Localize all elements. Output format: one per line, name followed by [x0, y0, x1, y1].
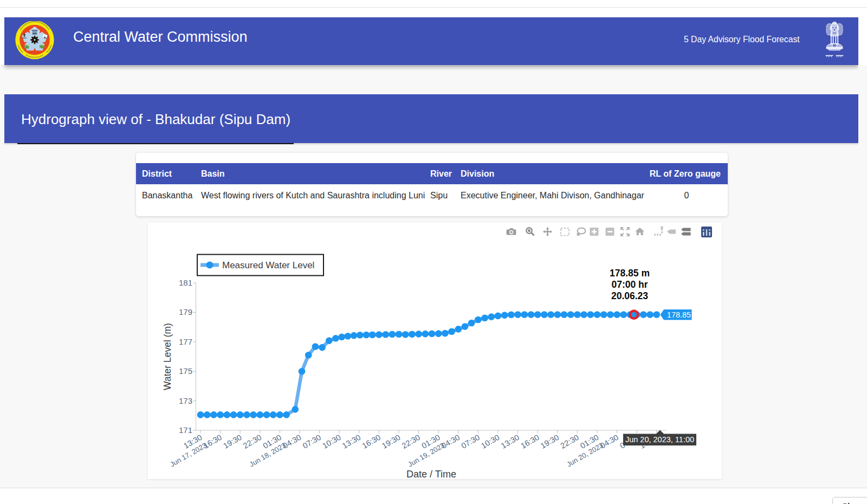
svg-text:10:30: 10:30 [480, 433, 501, 450]
svg-text:22:30: 22:30 [559, 433, 580, 450]
svg-text:178.85: 178.85 [667, 311, 691, 319]
svg-text:13:30: 13:30 [341, 433, 362, 450]
svg-text:04:30: 04:30 [440, 433, 461, 450]
svg-text:175: 175 [179, 366, 192, 376]
svg-text:177: 177 [179, 337, 192, 346]
svg-text:Jun 20, 2023, 11:00: Jun 20, 2023, 11:00 [625, 435, 694, 444]
svg-text:16:30: 16:30 [202, 433, 223, 450]
svg-text:173: 173 [179, 396, 192, 405]
svg-text:Water Level (m): Water Level (m) [162, 323, 173, 390]
svg-text:171: 171 [179, 425, 192, 435]
svg-text:Date / Time: Date / Time [406, 469, 456, 479]
svg-text:07:30: 07:30 [301, 433, 322, 450]
svg-text:181: 181 [179, 278, 192, 287]
svg-text:22:30: 22:30 [400, 433, 422, 450]
svg-text:179: 179 [179, 307, 192, 316]
svg-text:16:30: 16:30 [360, 433, 381, 450]
svg-text:13:30: 13:30 [500, 433, 521, 450]
svg-text:04:30: 04:30 [599, 433, 620, 450]
svg-text:19:30: 19:30 [222, 433, 243, 450]
svg-text:16:30: 16:30 [519, 433, 540, 450]
svg-text:04:30: 04:30 [281, 433, 302, 450]
svg-text:178.85 m: 178.85 m [610, 268, 650, 279]
svg-text:19:30: 19:30 [380, 433, 402, 450]
svg-text:19:30: 19:30 [539, 433, 560, 450]
svg-text:22:30: 22:30 [242, 433, 263, 450]
svg-text:07:00 hr: 07:00 hr [611, 279, 648, 290]
svg-text:07:30: 07:30 [460, 433, 481, 450]
svg-text:10:30: 10:30 [321, 433, 342, 450]
svg-text:20.06.23: 20.06.23 [611, 290, 648, 301]
svg-text:13:30Jun 17, 2023: 13:30Jun 17, 2023 [164, 433, 208, 469]
svg-text:Measured Water Level: Measured Water Level [222, 260, 314, 270]
